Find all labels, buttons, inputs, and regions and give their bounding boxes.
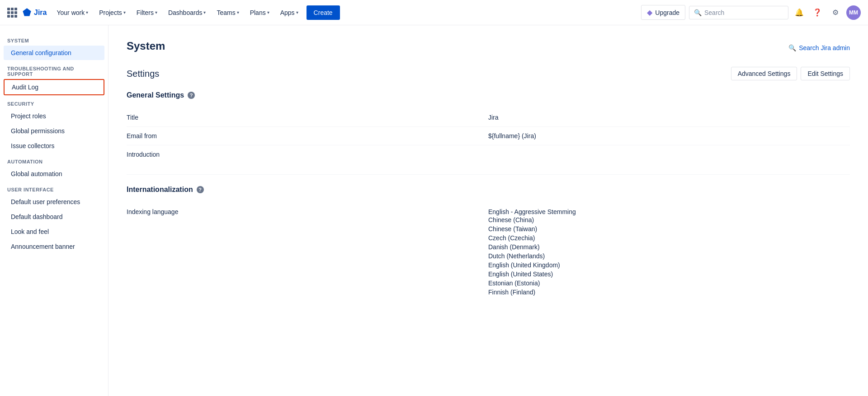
list-item: English (United States) — [488, 270, 850, 279]
search-icon: 🔍 — [694, 9, 702, 16]
sidebar-item-global-permissions[interactable]: Global permissions — [4, 124, 104, 138]
page-title: System — [127, 40, 165, 52]
sidebar-item-audit-log[interactable]: Audit Log — [4, 79, 104, 95]
general-settings-section: General Settings ? — [127, 91, 850, 99]
table-row: Title Jira — [127, 108, 850, 127]
settings-header: Settings Advanced Settings Edit Settings — [127, 67, 850, 80]
chevron-down-icon: ▾ — [267, 10, 269, 15]
nav-apps[interactable]: Apps ▾ — [276, 5, 303, 20]
page-header: System 🔍 Search Jira admin — [127, 40, 850, 56]
top-navigation: ⬟ Jira Your work ▾ Projects ▾ Filters ▾ … — [0, 0, 868, 25]
nav-your-work[interactable]: Your work ▾ — [52, 5, 93, 20]
internationalization-help-icon[interactable]: ? — [197, 186, 204, 193]
nav-projects[interactable]: Projects ▾ — [94, 5, 130, 20]
sidebar-item-look-and-feel[interactable]: Look and feel — [4, 224, 104, 239]
sidebar: System General configuration Troubleshoo… — [0, 25, 108, 396]
general-settings-heading: General Settings — [127, 91, 184, 99]
settings-button[interactable]: ⚙ — [828, 5, 843, 20]
chevron-down-icon: ▾ — [203, 10, 206, 15]
chevron-down-icon: ▾ — [296, 10, 298, 15]
list-item: English (United Kingdom) — [488, 261, 850, 270]
general-settings-help-icon[interactable]: ? — [188, 92, 195, 99]
section-divider — [127, 174, 850, 175]
sidebar-item-general-configuration[interactable]: General configuration — [4, 46, 104, 60]
main-content: System 🔍 Search Jira admin Settings Adva… — [108, 25, 868, 396]
title-value: Jira — [488, 108, 850, 127]
layout: System General configuration Troubleshoo… — [0, 25, 868, 396]
sidebar-item-default-dashboard[interactable]: Default dashboard — [4, 210, 104, 224]
notifications-button[interactable]: 🔔 — [792, 5, 807, 20]
chevron-down-icon: ▾ — [155, 10, 157, 15]
create-button[interactable]: Create — [307, 5, 340, 20]
jira-logo[interactable]: ⬟ Jira — [23, 7, 47, 19]
introduction-label: Introduction — [127, 145, 488, 164]
help-button[interactable]: ❓ — [810, 5, 825, 20]
internationalization-heading: Internationalization — [127, 186, 193, 194]
edit-settings-button[interactable]: Edit Settings — [801, 67, 850, 80]
search-icon: 🔍 — [788, 44, 796, 51]
chevron-down-icon: ▾ — [237, 10, 239, 15]
sidebar-item-project-roles[interactable]: Project roles — [4, 109, 104, 123]
title-label: Title — [127, 108, 488, 127]
sidebar-section-system: System — [0, 33, 108, 45]
nav-dashboards[interactable]: Dashboards ▾ — [164, 5, 211, 20]
table-row: Email from ${fullname} (Jira) — [127, 127, 850, 145]
chevron-down-icon: ▾ — [123, 10, 126, 15]
app-switcher-icon[interactable] — [7, 8, 17, 18]
nav-filters[interactable]: Filters ▾ — [132, 5, 162, 20]
table-row: Indexing language English - Aggressive S… — [127, 203, 850, 302]
email-from-label: Email from — [127, 127, 488, 145]
indexing-language-value: English - Aggressive Stemming Chinese (C… — [488, 203, 850, 302]
internationalization-section: Internationalization ? — [127, 186, 850, 194]
avatar[interactable]: MM — [846, 5, 861, 20]
topnav-right: ◆ Upgrade 🔍 Search 🔔 ❓ ⚙ MM — [641, 5, 861, 20]
jira-icon: ⬟ — [23, 7, 31, 19]
advanced-settings-button[interactable]: Advanced Settings — [731, 67, 797, 80]
sidebar-section-automation: Automation — [0, 154, 108, 166]
search-box[interactable]: 🔍 Search — [689, 6, 788, 19]
settings-title: Settings — [127, 69, 159, 79]
sidebar-item-issue-collectors[interactable]: Issue collectors — [4, 139, 104, 153]
general-settings-table: Title Jira Email from ${fullname} (Jira)… — [127, 108, 850, 163]
list-item: Finnish (Finland) — [488, 288, 850, 297]
sidebar-item-default-user-preferences[interactable]: Default user preferences — [4, 195, 104, 209]
sidebar-section-security: Security — [0, 96, 108, 108]
list-item: Czech (Czechia) — [488, 233, 850, 242]
jira-logo-text: Jira — [34, 9, 47, 17]
language-list: Chinese (China) Chinese (Taiwan) Czech (… — [488, 215, 850, 297]
sidebar-section-troubleshooting: Troubleshooting and Support — [0, 61, 108, 79]
internationalization-table: Indexing language English - Aggressive S… — [127, 203, 850, 302]
list-item: Chinese (China) — [488, 215, 850, 224]
introduction-value — [488, 145, 850, 164]
list-item: Estonian (Estonia) — [488, 279, 850, 288]
list-item: Danish (Denmark) — [488, 242, 850, 252]
header-buttons: Advanced Settings Edit Settings — [731, 67, 850, 80]
nav-plans[interactable]: Plans ▾ — [245, 5, 274, 20]
indexing-language-label: Indexing language — [127, 203, 488, 302]
sidebar-item-global-automation[interactable]: Global automation — [4, 167, 104, 181]
table-row: Introduction — [127, 145, 850, 164]
sidebar-item-announcement-banner[interactable]: Announcement banner — [4, 239, 104, 254]
list-item: Chinese (Taiwan) — [488, 224, 850, 233]
sidebar-section-user-interface: User Interface — [0, 182, 108, 194]
list-item: Dutch (Netherlands) — [488, 252, 850, 261]
chevron-down-icon: ▾ — [86, 10, 88, 15]
upgrade-button[interactable]: ◆ Upgrade — [641, 5, 685, 20]
admin-search-link[interactable]: 🔍 Search Jira admin — [788, 44, 850, 51]
diamond-icon: ◆ — [647, 8, 652, 17]
email-from-value: ${fullname} (Jira) — [488, 127, 850, 145]
nav-teams[interactable]: Teams ▾ — [212, 5, 243, 20]
